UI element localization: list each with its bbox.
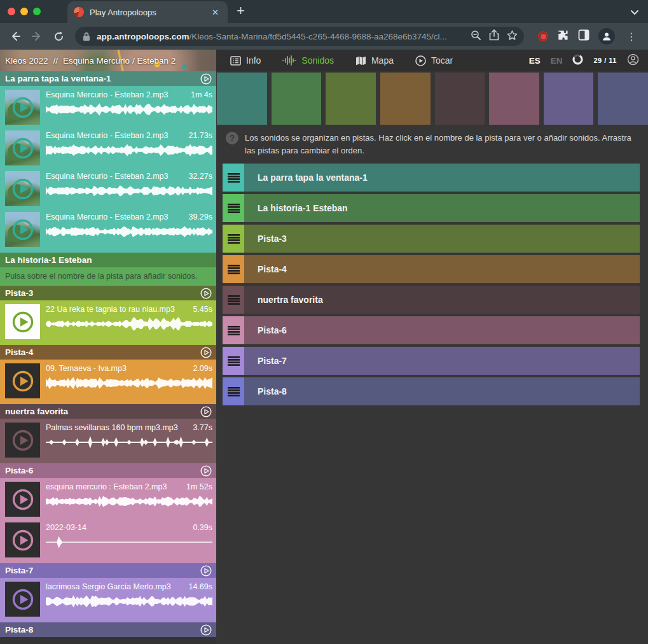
track-row[interactable]: Pista-8: [223, 377, 640, 405]
clip-thumbnail[interactable]: [5, 522, 40, 557]
clip-waveform[interactable]: [46, 534, 212, 550]
audio-clip[interactable]: 22 Ua reka te tagnia to rau niau.mp35.45…: [0, 300, 216, 341]
audio-clip[interactable]: 09. Temaeva - Iva.mp32.09s: [0, 360, 216, 400]
browser-menu-icon[interactable]: ⋮: [624, 31, 639, 43]
track-play-button[interactable]: [200, 406, 212, 417]
tab-tocar[interactable]: Tocar: [415, 55, 453, 66]
clip-waveform[interactable]: [46, 101, 212, 118]
browser-tab[interactable]: Play Antropoloops ✕: [67, 1, 228, 23]
clip-waveform[interactable]: [46, 375, 212, 391]
drag-handle[interactable]: [223, 377, 244, 405]
clip-play-icon[interactable]: [11, 137, 34, 160]
profile-avatar[interactable]: [598, 28, 615, 45]
track-play-button[interactable]: [200, 288, 212, 299]
clip-waveform[interactable]: [46, 493, 212, 510]
clip-thumbnail[interactable]: [5, 482, 40, 517]
language-es-button[interactable]: ES: [529, 56, 541, 66]
drag-handle[interactable]: [223, 225, 244, 253]
forward-button[interactable]: [28, 27, 46, 45]
drag-handle[interactable]: [223, 164, 244, 192]
clip-waveform[interactable]: [46, 316, 212, 332]
user-account-icon[interactable]: [627, 53, 639, 68]
track-header[interactable]: Pista-8: [0, 622, 216, 637]
language-en-button[interactable]: EN: [551, 56, 563, 66]
audio-clip[interactable]: lacrimosa Sergio García Merlo.mp314.69s: [0, 578, 216, 619]
back-button[interactable]: [6, 27, 24, 45]
track-header[interactable]: Pista-4: [0, 345, 216, 360]
audio-clip[interactable]: Esquina Mercurio - Esteban 2.mp339.29s: [0, 208, 216, 249]
clip-play-icon[interactable]: [11, 588, 34, 611]
drag-handle[interactable]: [223, 286, 244, 314]
track-play-button[interactable]: [200, 565, 212, 577]
zoom-out-icon[interactable]: [471, 30, 481, 43]
tab-close-icon[interactable]: ✕: [209, 6, 221, 18]
track-play-icon: [200, 73, 212, 85]
clip-play-icon[interactable]: [11, 178, 34, 200]
tab-search-chevron-icon[interactable]: [630, 6, 639, 18]
window-minimize-button[interactable]: [20, 8, 28, 15]
track-play-button[interactable]: [200, 73, 212, 85]
clip-waveform[interactable]: [46, 593, 212, 610]
track-row[interactable]: La historia-1 Esteban: [223, 194, 640, 222]
reload-button[interactable]: [50, 27, 67, 45]
share-icon[interactable]: [489, 29, 499, 43]
track-row[interactable]: Pista-6: [223, 316, 640, 344]
tab-sonidos[interactable]: Sonidos: [282, 55, 334, 66]
track-play-button[interactable]: [200, 347, 212, 358]
window-close-button[interactable]: [8, 8, 15, 15]
clip-waveform[interactable]: [46, 142, 212, 158]
clip-thumbnail[interactable]: [5, 171, 40, 206]
side-panel-icon[interactable]: [578, 29, 589, 43]
clip-thumbnail[interactable]: [5, 423, 40, 458]
track-header[interactable]: La historia-1 Esteban: [0, 253, 216, 267]
clip-play-icon[interactable]: [11, 96, 34, 119]
track-play-icon: [200, 406, 212, 417]
track-row[interactable]: nuertra favorita: [223, 286, 640, 314]
window-zoom-button[interactable]: [33, 8, 41, 15]
audio-clip[interactable]: esquina mercurio : Esteban 2.mp31m 52s: [0, 478, 216, 519]
track-header[interactable]: La parra tapa la ventana-1: [0, 71, 216, 86]
track-row[interactable]: Pista-4: [223, 255, 640, 283]
audio-clip[interactable]: Palmas sevillanas 160 bpm mp3.mp33.77s: [0, 419, 216, 459]
track-row[interactable]: Pista-3: [223, 225, 640, 253]
audio-clip[interactable]: Esquina Mercurio - Esteban 2.mp332.27s: [0, 167, 216, 208]
clip-thumbnail[interactable]: [5, 582, 40, 617]
clip-play-icon[interactable]: [11, 370, 34, 393]
clip-thumbnail[interactable]: [5, 90, 40, 125]
audio-clip[interactable]: Esquina Mercurio - Esteban 2.mp321.73s: [0, 127, 216, 167]
clip-waveform[interactable]: [46, 434, 212, 451]
clip-play-icon[interactable]: [11, 529, 34, 552]
drag-handle[interactable]: [223, 255, 244, 283]
track-play-button[interactable]: [200, 624, 212, 636]
track-header[interactable]: Pista-7: [0, 563, 216, 578]
audio-clip[interactable]: Esquina Mercurio - Esteban 2.mp31m 4s: [0, 86, 216, 127]
tab-info[interactable]: Info: [230, 55, 261, 66]
clip-play-icon[interactable]: [11, 218, 34, 241]
tab-mapa[interactable]: Mapa: [355, 55, 394, 66]
audio-clip[interactable]: 2022-03-140.39s: [0, 519, 216, 559]
clip-waveform[interactable]: [46, 183, 212, 199]
clip-thumbnail[interactable]: [5, 130, 40, 165]
clip-thumbnail[interactable]: [5, 363, 40, 398]
clip-thumbnail[interactable]: [5, 304, 40, 339]
track-play-button[interactable]: [200, 465, 212, 477]
track-row[interactable]: La parra tapa la ventana-1: [223, 164, 640, 192]
url-bar[interactable]: app.antropoloops.com/Kleos-Santa-Marina/…: [75, 27, 524, 46]
drag-handle[interactable]: [223, 347, 244, 375]
clip-thumbnail[interactable]: [5, 212, 40, 247]
clip-play-icon[interactable]: [11, 311, 34, 333]
sidebar-track-section: Pista-7lacrimosa Sergio García Merlo.mp3…: [0, 563, 216, 622]
clip-waveform[interactable]: [46, 223, 212, 240]
recording-indicator-icon[interactable]: [538, 31, 548, 41]
clip-play-icon[interactable]: [11, 488, 34, 511]
clip-play-icon[interactable]: [11, 429, 34, 452]
track-header[interactable]: nuertra favorita: [0, 404, 216, 419]
drag-handle[interactable]: [223, 194, 244, 222]
new-tab-button[interactable]: +: [228, 3, 254, 23]
track-header[interactable]: Pista-6: [0, 463, 216, 478]
bookmark-star-icon[interactable]: [507, 30, 518, 43]
track-header[interactable]: Pista-3: [0, 286, 216, 300]
track-row[interactable]: Pista-7: [223, 347, 640, 375]
drag-handle[interactable]: [223, 316, 244, 344]
extensions-puzzle-icon[interactable]: [557, 29, 569, 44]
